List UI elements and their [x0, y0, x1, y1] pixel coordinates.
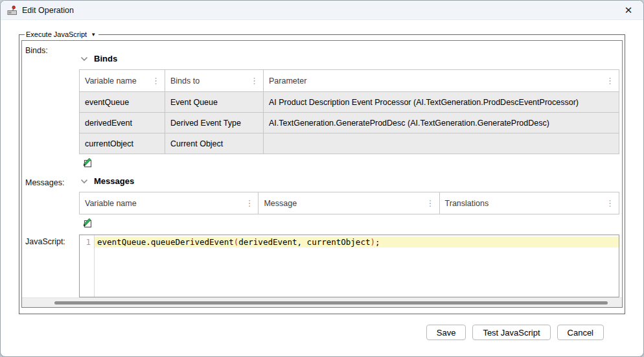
test-javascript-button[interactable]: Test JavaScript	[472, 325, 550, 340]
operation-type-selector[interactable]: Execute JavaScript ▼	[25, 30, 98, 38]
edit-pencil-icon	[81, 156, 93, 168]
code-area[interactable]: eventQueue.queueDerivedEvent(derivedEven…	[95, 235, 619, 297]
bind-binds-to-cell[interactable]: Current Object	[165, 133, 264, 154]
messages-header-message: Message ⋮	[259, 192, 439, 214]
app-icon	[7, 5, 17, 16]
messages-table: Variable name ⋮ Message ⋮	[79, 192, 619, 214]
code-gutter: 1	[80, 235, 95, 297]
column-menu-icon[interactable]: ⋮	[605, 198, 615, 208]
edit-binds-button[interactable]	[80, 156, 93, 169]
binds-header-variable-name: Variable name ⋮	[80, 70, 165, 91]
table-row[interactable]: eventQueue Event Queue AI Product Descri…	[80, 91, 619, 112]
bind-variable-cell[interactable]: eventQueue	[80, 91, 165, 112]
chevron-down-icon	[80, 56, 88, 62]
column-menu-icon[interactable]: ⋮	[605, 76, 615, 86]
binds-section-toggle[interactable]: Binds	[80, 54, 620, 63]
javascript-row-label: JavaScript:	[25, 233, 79, 297]
bind-variable-cell[interactable]: currentObject	[80, 133, 165, 154]
edit-messages-button[interactable]	[80, 216, 93, 229]
content-grid: Binds: Binds Vari	[22, 41, 622, 297]
edit-operation-dialog: Edit Operation ✕ Execute JavaScript ▼ Bi…	[0, 0, 644, 357]
horizontal-scrollbar	[22, 297, 622, 307]
column-menu-icon[interactable]: ⋮	[426, 198, 435, 208]
binds-header-binds-to: Binds to ⋮	[165, 70, 264, 91]
binds-section-title: Binds	[94, 54, 117, 63]
bind-binds-to-cell[interactable]: Event Queue	[165, 91, 264, 112]
messages-section-title: Messages	[94, 176, 134, 186]
dropdown-arrow-icon: ▼	[91, 32, 96, 38]
window-title: Edit Operation	[22, 6, 74, 15]
bind-parameter-cell[interactable]	[264, 133, 619, 154]
operation-panel: Binds: Binds Vari	[21, 40, 623, 308]
messages-section-toggle[interactable]: Messages	[80, 176, 620, 186]
column-menu-icon[interactable]: ⋮	[244, 198, 254, 208]
binds-table: Variable name ⋮ Binds to ⋮	[79, 69, 619, 154]
bind-variable-cell[interactable]: derivedEvent	[80, 112, 165, 133]
table-row[interactable]: currentObject Current Object	[80, 133, 619, 154]
bind-binds-to-cell[interactable]: Derived Event Type	[165, 112, 264, 133]
column-menu-icon[interactable]: ⋮	[249, 76, 259, 86]
bind-parameter-cell[interactable]: AI.TextGeneration.GenerateProdDesc (AI.T…	[264, 112, 619, 133]
binds-table-body: eventQueue Event Queue AI Product Descri…	[80, 91, 619, 154]
binds-table-header: Variable name ⋮ Binds to ⋮	[80, 70, 619, 91]
edit-pencil-icon	[81, 216, 93, 228]
javascript-code-editor[interactable]: 1 eventQueue.queueDerivedEvent(derivedEv…	[79, 235, 619, 297]
chevron-down-icon	[80, 179, 88, 184]
messages-section: Messages Variable name ⋮	[79, 173, 620, 233]
operation-type-label: Execute JavaScript	[26, 30, 87, 38]
line-number: 1	[80, 236, 91, 248]
dialog-body: Execute JavaScript ▼ Binds: Binds	[1, 20, 643, 356]
save-button[interactable]: Save	[426, 325, 466, 340]
binds-section: Binds Variable name ⋮	[79, 43, 620, 173]
messages-header-variable-name: Variable name ⋮	[80, 192, 259, 214]
operation-group: Execute JavaScript ▼ Binds: Binds	[19, 30, 625, 314]
binds-row-label: Binds:	[25, 43, 79, 173]
horizontal-scrollbar-thumb[interactable]	[54, 301, 608, 305]
messages-table-header: Variable name ⋮ Message ⋮	[80, 192, 619, 214]
close-icon[interactable]: ✕	[621, 3, 636, 17]
column-menu-icon[interactable]: ⋮	[151, 76, 161, 86]
titlebar: Edit Operation ✕	[1, 1, 643, 20]
binds-header-parameter: Parameter ⋮	[264, 70, 619, 91]
footer: Save Test JavaScript Cancel	[19, 314, 625, 340]
messages-header-translations: Translations ⋮	[440, 192, 619, 214]
table-row[interactable]: derivedEvent Derived Event Type AI.TextG…	[80, 112, 619, 133]
bind-parameter-cell[interactable]: AI Product Description Event Processor (…	[264, 91, 619, 112]
code-line[interactable]: eventQueue.queueDerivedEvent(derivedEven…	[95, 236, 619, 248]
cancel-button[interactable]: Cancel	[557, 325, 604, 340]
messages-row-label: Messages:	[25, 173, 79, 233]
